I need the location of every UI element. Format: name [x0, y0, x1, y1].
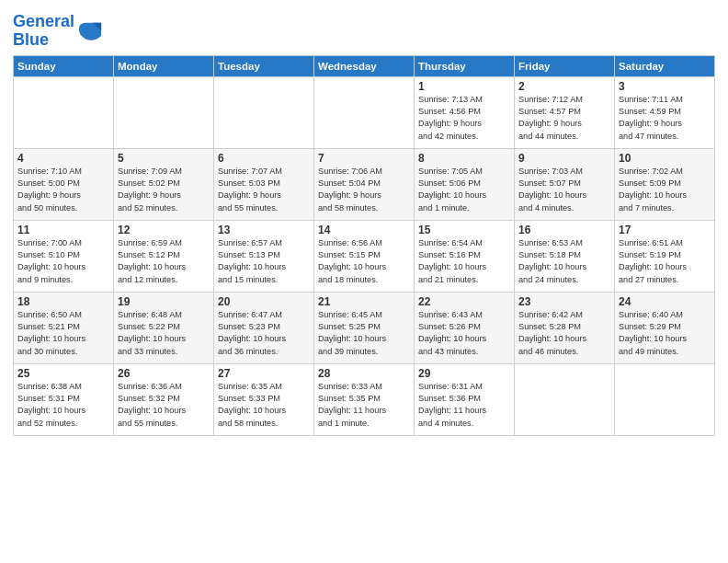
day-info: Sunrise: 6:51 AM Sunset: 5:19 PM Dayligh… — [619, 237, 711, 286]
day-info: Sunrise: 6:54 AM Sunset: 5:16 PM Dayligh… — [418, 237, 510, 286]
day-cell: 6Sunrise: 7:07 AM Sunset: 5:03 PM Daylig… — [214, 148, 314, 220]
day-info: Sunrise: 6:42 AM Sunset: 5:28 PM Dayligh… — [518, 309, 610, 358]
day-info: Sunrise: 7:13 AM Sunset: 4:56 PM Dayligh… — [418, 94, 510, 143]
day-cell — [14, 76, 114, 148]
day-cell — [314, 76, 415, 148]
day-cell — [114, 76, 214, 148]
logo: General Blue — [13, 13, 103, 50]
day-info: Sunrise: 7:09 AM Sunset: 5:02 PM Dayligh… — [118, 166, 210, 214]
day-info: Sunrise: 7:12 AM Sunset: 4:57 PM Dayligh… — [518, 94, 610, 143]
day-info: Sunrise: 7:03 AM Sunset: 5:07 PM Dayligh… — [518, 166, 610, 214]
day-number: 13 — [218, 224, 310, 236]
day-cell: 12Sunrise: 6:59 AM Sunset: 5:12 PM Dayli… — [114, 220, 214, 292]
col-header-wednesday: Wednesday — [314, 55, 415, 76]
col-header-tuesday: Tuesday — [214, 55, 314, 76]
day-number: 17 — [619, 224, 711, 236]
day-number: 28 — [318, 367, 410, 380]
day-number: 19 — [118, 295, 210, 308]
day-info: Sunrise: 6:40 AM Sunset: 5:29 PM Dayligh… — [619, 309, 711, 358]
header-row: SundayMondayTuesdayWednesdayThursdayFrid… — [14, 55, 715, 76]
day-number: 6 — [218, 152, 310, 165]
col-header-saturday: Saturday — [615, 55, 715, 76]
day-number: 29 — [418, 367, 510, 380]
logo-text2: Blue — [13, 31, 74, 50]
day-number: 5 — [118, 152, 210, 165]
header: General Blue — [13, 9, 715, 50]
week-row-2: 4Sunrise: 7:10 AM Sunset: 5:00 PM Daylig… — [14, 148, 715, 220]
day-cell: 18Sunrise: 6:50 AM Sunset: 5:21 PM Dayli… — [14, 292, 114, 363]
day-cell: 2Sunrise: 7:12 AM Sunset: 4:57 PM Daylig… — [515, 76, 615, 148]
day-info: Sunrise: 6:53 AM Sunset: 5:18 PM Dayligh… — [518, 237, 610, 286]
day-cell: 5Sunrise: 7:09 AM Sunset: 5:02 PM Daylig… — [114, 148, 214, 220]
day-info: Sunrise: 7:10 AM Sunset: 5:00 PM Dayligh… — [17, 166, 109, 214]
day-cell: 28Sunrise: 6:33 AM Sunset: 5:35 PM Dayli… — [314, 363, 415, 435]
col-header-sunday: Sunday — [14, 55, 114, 76]
day-number: 18 — [17, 295, 109, 308]
day-number: 25 — [17, 367, 109, 380]
day-cell: 20Sunrise: 6:47 AM Sunset: 5:23 PM Dayli… — [214, 292, 314, 363]
day-number: 24 — [619, 295, 711, 308]
day-number: 3 — [619, 80, 711, 93]
col-header-friday: Friday — [515, 55, 615, 76]
day-cell: 11Sunrise: 7:00 AM Sunset: 5:10 PM Dayli… — [14, 220, 114, 292]
day-cell: 24Sunrise: 6:40 AM Sunset: 5:29 PM Dayli… — [615, 292, 715, 363]
day-cell: 3Sunrise: 7:11 AM Sunset: 4:59 PM Daylig… — [615, 76, 715, 148]
day-number: 22 — [418, 295, 510, 308]
day-number: 8 — [418, 152, 510, 165]
day-number: 9 — [518, 152, 610, 165]
day-number: 15 — [418, 224, 510, 236]
day-cell: 21Sunrise: 6:45 AM Sunset: 5:25 PM Dayli… — [314, 292, 415, 363]
day-number: 4 — [17, 152, 109, 165]
day-cell: 15Sunrise: 6:54 AM Sunset: 5:16 PM Dayli… — [415, 220, 515, 292]
day-cell: 27Sunrise: 6:35 AM Sunset: 5:33 PM Dayli… — [214, 363, 314, 435]
day-info: Sunrise: 6:38 AM Sunset: 5:31 PM Dayligh… — [17, 381, 109, 430]
day-cell: 17Sunrise: 6:51 AM Sunset: 5:19 PM Dayli… — [615, 220, 715, 292]
day-number: 11 — [17, 224, 109, 236]
day-info: Sunrise: 7:11 AM Sunset: 4:59 PM Dayligh… — [619, 94, 711, 143]
day-number: 10 — [619, 152, 711, 165]
day-number: 7 — [318, 152, 410, 165]
day-cell: 13Sunrise: 6:57 AM Sunset: 5:13 PM Dayli… — [214, 220, 314, 292]
day-cell: 25Sunrise: 6:38 AM Sunset: 5:31 PM Dayli… — [14, 363, 114, 435]
day-cell — [615, 363, 715, 435]
day-info: Sunrise: 6:57 AM Sunset: 5:13 PM Dayligh… — [218, 237, 310, 286]
day-number: 2 — [518, 80, 610, 93]
day-cell: 1Sunrise: 7:13 AM Sunset: 4:56 PM Daylig… — [415, 76, 515, 148]
page-container: General Blue SundayMondayTuesdayWednesda… — [0, 0, 728, 443]
day-cell: 7Sunrise: 7:06 AM Sunset: 5:04 PM Daylig… — [314, 148, 415, 220]
day-cell: 4Sunrise: 7:10 AM Sunset: 5:00 PM Daylig… — [14, 148, 114, 220]
logo-text: General — [13, 13, 74, 31]
calendar-table: SundayMondayTuesdayWednesdayThursdayFrid… — [13, 55, 715, 436]
day-number: 14 — [318, 224, 410, 236]
day-number: 12 — [118, 224, 210, 236]
day-info: Sunrise: 6:45 AM Sunset: 5:25 PM Dayligh… — [318, 309, 410, 358]
day-info: Sunrise: 6:33 AM Sunset: 5:35 PM Dayligh… — [318, 381, 410, 430]
day-number: 21 — [318, 295, 410, 308]
day-info: Sunrise: 6:59 AM Sunset: 5:12 PM Dayligh… — [118, 237, 210, 286]
day-cell: 14Sunrise: 6:56 AM Sunset: 5:15 PM Dayli… — [314, 220, 415, 292]
day-number: 27 — [218, 367, 310, 380]
day-info: Sunrise: 7:06 AM Sunset: 5:04 PM Dayligh… — [318, 166, 410, 214]
day-cell: 26Sunrise: 6:36 AM Sunset: 5:32 PM Dayli… — [114, 363, 214, 435]
day-cell — [214, 76, 314, 148]
day-cell: 10Sunrise: 7:02 AM Sunset: 5:09 PM Dayli… — [615, 148, 715, 220]
day-cell: 16Sunrise: 6:53 AM Sunset: 5:18 PM Dayli… — [515, 220, 615, 292]
col-header-thursday: Thursday — [415, 55, 515, 76]
day-cell — [515, 363, 615, 435]
week-row-1: 1Sunrise: 7:13 AM Sunset: 4:56 PM Daylig… — [14, 76, 715, 148]
day-info: Sunrise: 7:00 AM Sunset: 5:10 PM Dayligh… — [17, 237, 109, 286]
logo-icon — [77, 18, 103, 44]
day-info: Sunrise: 6:48 AM Sunset: 5:22 PM Dayligh… — [118, 309, 210, 358]
col-header-monday: Monday — [114, 55, 214, 76]
day-number: 20 — [218, 295, 310, 308]
day-info: Sunrise: 6:36 AM Sunset: 5:32 PM Dayligh… — [118, 381, 210, 430]
day-info: Sunrise: 7:02 AM Sunset: 5:09 PM Dayligh… — [619, 166, 711, 214]
day-number: 1 — [418, 80, 510, 93]
day-info: Sunrise: 6:50 AM Sunset: 5:21 PM Dayligh… — [17, 309, 109, 358]
day-cell: 19Sunrise: 6:48 AM Sunset: 5:22 PM Dayli… — [114, 292, 214, 363]
day-number: 23 — [518, 295, 610, 308]
day-cell: 22Sunrise: 6:43 AM Sunset: 5:26 PM Dayli… — [415, 292, 515, 363]
week-row-3: 11Sunrise: 7:00 AM Sunset: 5:10 PM Dayli… — [14, 220, 715, 292]
day-cell: 9Sunrise: 7:03 AM Sunset: 5:07 PM Daylig… — [515, 148, 615, 220]
week-row-4: 18Sunrise: 6:50 AM Sunset: 5:21 PM Dayli… — [14, 292, 715, 363]
